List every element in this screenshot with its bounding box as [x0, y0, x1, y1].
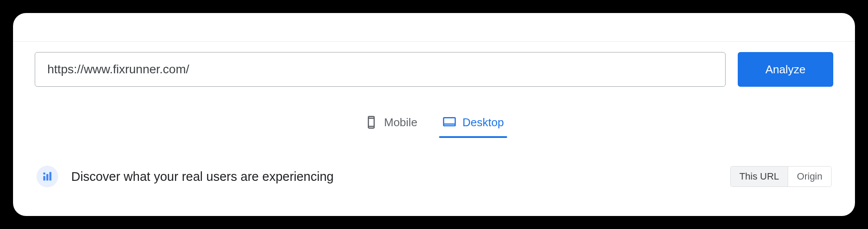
svg-rect-6 — [43, 176, 46, 181]
discover-heading: Discover what your real users are experi… — [71, 170, 730, 184]
tab-mobile[interactable]: Mobile — [363, 112, 419, 138]
pagespeed-window: Analyze Mobile Desktop — [13, 13, 855, 216]
crux-icon — [36, 166, 58, 187]
tab-desktop[interactable]: Desktop — [441, 112, 505, 138]
scope-origin[interactable]: Origin — [788, 167, 831, 186]
svg-rect-8 — [50, 172, 52, 181]
main-content: Analyze Mobile Desktop — [13, 13, 855, 187]
desktop-icon — [442, 115, 456, 129]
mobile-icon — [364, 115, 378, 129]
tab-mobile-label: Mobile — [384, 116, 418, 129]
svg-rect-7 — [46, 174, 49, 180]
svg-point-5 — [43, 172, 45, 174]
tab-desktop-label: Desktop — [462, 116, 504, 129]
analyze-button[interactable]: Analyze — [738, 52, 833, 87]
scope-toggle: This URL Origin — [730, 166, 832, 187]
url-row: Analyze — [35, 52, 833, 87]
device-tabs: Mobile Desktop — [35, 112, 833, 138]
top-divider — [13, 41, 855, 42]
url-input[interactable] — [35, 52, 726, 87]
scope-this-url[interactable]: This URL — [731, 167, 789, 186]
discover-row: Discover what your real users are experi… — [35, 166, 833, 187]
